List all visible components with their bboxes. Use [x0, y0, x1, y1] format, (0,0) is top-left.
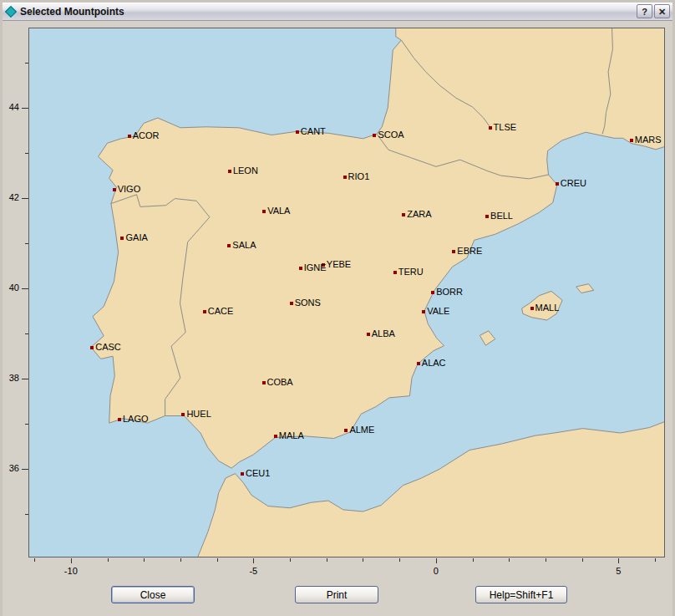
- x-tick-label: 5: [616, 566, 621, 576]
- station-label-huel: HUEL: [186, 408, 211, 420]
- titlebar-help-button[interactable]: ?: [637, 4, 652, 18]
- y-axis-tick: [22, 108, 28, 109]
- station-label-yebe: YEBE: [327, 258, 351, 271]
- station-label-mala: MALA: [279, 430, 304, 442]
- y-axis-tick: [25, 424, 28, 425]
- y-axis-tick: [25, 243, 28, 244]
- station-marker-zara: [402, 213, 405, 216]
- x-axis-tick: [436, 558, 437, 563]
- x-axis-tick: [327, 558, 327, 562]
- print-button[interactable]: Print: [295, 586, 378, 603]
- window-title: Selected Mountpoints: [20, 6, 633, 18]
- station-marker-coba: [262, 381, 266, 384]
- station-label-sons: SONS: [295, 297, 321, 309]
- station-marker-mars: [630, 139, 633, 142]
- station-marker-vigo: [113, 188, 116, 191]
- x-axis-tick: [180, 558, 181, 562]
- station-marker-vala: [262, 210, 266, 213]
- y-tick-label: 44: [3, 102, 19, 112]
- station-marker-leon: [228, 170, 231, 173]
- selected-mountpoints-window: Selected Mountpoints ? ✕ ACORCANTSCOATLS…: [0, 0, 675, 616]
- close-button[interactable]: Close: [111, 586, 195, 603]
- y-axis-tick: [22, 379, 28, 379]
- station-marker-igne: [299, 267, 302, 270]
- station-label-leon: LEON: [233, 165, 258, 177]
- station-marker-scoa: [373, 134, 376, 137]
- station-marker-rio1: [343, 176, 347, 179]
- station-label-cant: CANT: [301, 125, 326, 138]
- station-marker-vale: [422, 310, 425, 313]
- station-label-alme: ALME: [349, 424, 374, 436]
- y-tick-label: 42: [3, 192, 19, 202]
- station-label-gaia: GAIA: [125, 232, 147, 244]
- x-tick-label: -10: [64, 566, 78, 576]
- station-marker-creu: [556, 182, 559, 186]
- dialog-button-row: Close Print Help=Shift+F1: [3, 586, 672, 603]
- station-marker-alme: [344, 429, 348, 432]
- station-label-borr: BORR: [436, 286, 463, 298]
- station-marker-mala: [274, 435, 277, 438]
- help-button[interactable]: Help=Shift+F1: [475, 586, 567, 603]
- station-label-vala: VALA: [267, 205, 290, 217]
- station-label-cace: CACE: [208, 305, 234, 318]
- station-label-tlse: TLSE: [494, 121, 517, 134]
- x-axis-tick: [399, 558, 400, 562]
- x-axis-tick: [618, 558, 619, 563]
- y-axis-tick: [22, 469, 28, 470]
- y-axis-tick: [25, 63, 28, 64]
- station-marker-gaia: [120, 237, 124, 240]
- station-label-casc: CASC: [95, 341, 121, 354]
- station-label-vale: VALE: [427, 305, 449, 318]
- x-axis-tick: [363, 558, 363, 562]
- station-marker-casc: [90, 346, 94, 349]
- x-axis-tick: [473, 558, 474, 562]
- x-axis-tick: [34, 558, 35, 562]
- station-marker-huel: [181, 413, 185, 416]
- station-label-acor: ACOR: [133, 130, 160, 142]
- station-label-ebre: EBRE: [457, 245, 482, 257]
- station-marker-sons: [290, 302, 293, 305]
- station-label-creu: CREU: [561, 177, 586, 190]
- station-marker-teru: [393, 271, 397, 274]
- x-tick-label: 0: [434, 566, 439, 576]
- station-marker-lago: [118, 418, 121, 421]
- x-axis-tick: [253, 558, 254, 563]
- x-axis-tick: [108, 558, 109, 562]
- y-tick-label: 38: [3, 373, 19, 383]
- titlebar-close-button[interactable]: ✕: [654, 4, 670, 18]
- station-label-teru: TERU: [398, 266, 424, 278]
- station-marker-cant: [296, 130, 299, 134]
- station-marker-ebre: [452, 250, 455, 253]
- app-icon: [5, 6, 17, 18]
- station-label-sala: SALA: [232, 239, 256, 252]
- station-marker-cace: [203, 310, 206, 313]
- titlebar[interactable]: Selected Mountpoints ? ✕: [3, 3, 672, 21]
- station-label-igne: IGNE: [304, 262, 327, 274]
- station-label-coba: COBA: [267, 376, 293, 389]
- x-axis-tick: [655, 558, 656, 562]
- station-label-mall: MALL: [535, 302, 560, 314]
- station-marker-borr: [431, 291, 434, 294]
- station-marker-alba: [367, 333, 370, 336]
- x-axis-tick: [546, 558, 546, 562]
- station-marker-bell: [485, 215, 489, 218]
- station-marker-sala: [227, 244, 231, 247]
- map-canvas[interactable]: ACORCANTSCOATLSEMARSLEONRIO1CREUVIGOVALA…: [28, 28, 665, 557]
- x-axis-tick: [290, 558, 291, 562]
- y-axis-tick: [22, 288, 28, 289]
- y-axis-tick: [25, 153, 28, 154]
- station-label-alac: ALAC: [422, 357, 446, 369]
- y-axis-tick: [22, 198, 28, 199]
- x-axis-tick: [582, 558, 583, 562]
- station-marker-ceu1: [241, 472, 244, 476]
- station-marker-mall: [530, 307, 534, 310]
- station-label-rio1: RIO1: [348, 171, 370, 183]
- station-marker-acor: [128, 135, 131, 138]
- station-label-scoa: SCOA: [378, 129, 403, 141]
- y-tick-label: 40: [3, 283, 19, 293]
- station-marker-tlse: [489, 126, 492, 130]
- station-label-zara: ZARA: [407, 208, 431, 221]
- x-tick-label: -5: [249, 566, 257, 576]
- y-axis-tick: [25, 514, 28, 515]
- titlebar-buttons: ? ✕: [637, 4, 670, 18]
